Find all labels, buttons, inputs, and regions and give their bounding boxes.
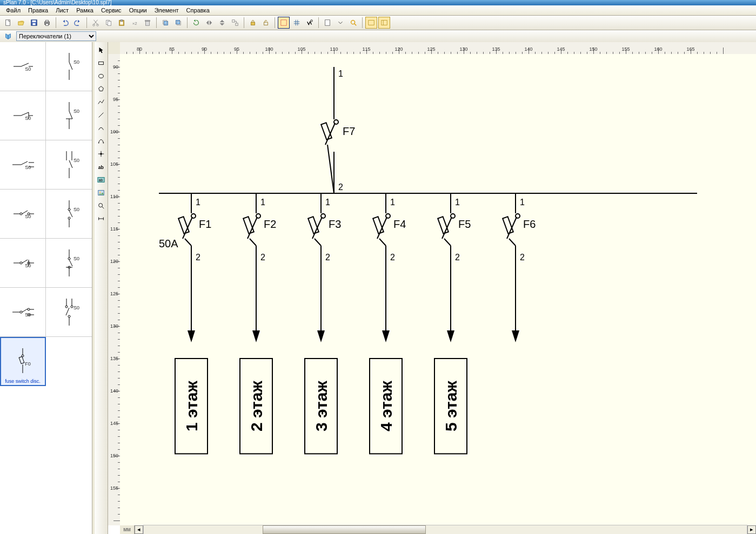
palette-item[interactable]: S0 <box>0 140 46 190</box>
svg-text:3 этаж: 3 этаж <box>312 381 330 432</box>
svg-rect-94 <box>99 62 104 64</box>
menu-help[interactable]: Справка <box>183 6 213 14</box>
flip-h-icon[interactable] <box>203 17 215 29</box>
palette-item[interactable]: S0 <box>46 239 92 288</box>
rect-icon[interactable] <box>95 57 107 69</box>
zoom-tool-icon[interactable] <box>95 200 107 212</box>
scroll-thumb[interactable] <box>263 525 426 534</box>
to-front-icon[interactable] <box>159 17 171 29</box>
snap-icon[interactable] <box>278 17 290 29</box>
measure-icon[interactable] <box>95 213 107 225</box>
svg-line-159 <box>379 239 386 246</box>
textbox-icon[interactable]: ab <box>95 174 107 186</box>
line-icon[interactable] <box>95 109 107 121</box>
find-icon[interactable] <box>304 17 316 29</box>
svg-text:1: 1 <box>520 198 525 207</box>
undo-icon[interactable] <box>59 17 71 29</box>
polyline-icon[interactable] <box>95 96 107 108</box>
palette-item[interactable]: S0 <box>0 42 46 91</box>
flip-v-icon[interactable] <box>216 17 228 29</box>
save-icon[interactable] <box>28 17 40 29</box>
delete-icon[interactable] <box>142 17 153 29</box>
circle-icon[interactable] <box>95 70 107 82</box>
to-back-icon[interactable] <box>172 17 184 29</box>
menu-options[interactable]: Опции <box>125 6 151 14</box>
svg-line-180 <box>507 217 517 239</box>
svg-point-60 <box>68 208 70 211</box>
svg-line-137 <box>250 239 256 246</box>
menu-bar: Файл Правка Лист Рамка Сервис Опции Элем… <box>0 5 756 16</box>
menu-service[interactable]: Сервис <box>97 6 125 14</box>
palette-item[interactable]: S0 <box>46 140 92 190</box>
svg-rect-21 <box>232 20 235 22</box>
svg-text:F1: F1 <box>199 218 211 230</box>
paste-icon[interactable] <box>116 17 128 29</box>
svg-point-79 <box>28 308 30 310</box>
zoom-icon[interactable] <box>347 17 359 29</box>
svg-rect-13 <box>120 22 123 24</box>
curve-icon[interactable] <box>95 122 107 134</box>
palette-item[interactable]: S0 <box>0 288 46 337</box>
print-icon[interactable] <box>41 17 53 29</box>
rotate-icon[interactable] <box>190 17 202 29</box>
svg-rect-168 <box>438 217 449 234</box>
svg-rect-135 <box>243 217 254 234</box>
new-icon[interactable] <box>2 17 14 29</box>
menu-file[interactable]: Файл <box>2 6 24 14</box>
palette-item[interactable]: S0 <box>46 42 92 91</box>
svg-text:2: 2 <box>260 253 265 262</box>
menu-edit[interactable]: Правка <box>24 6 52 14</box>
chevron-down-icon[interactable] <box>334 17 346 29</box>
polygon-icon[interactable] <box>95 83 107 95</box>
palette-item[interactable]: S0 <box>0 239 46 288</box>
open-icon[interactable] <box>15 17 27 29</box>
node-icon[interactable] <box>95 148 107 160</box>
panel2-icon[interactable] <box>378 17 390 29</box>
svg-point-86 <box>71 306 73 308</box>
bezier-icon[interactable] <box>95 135 107 147</box>
library-icon[interactable] <box>2 30 14 42</box>
palette-item[interactable]: S0 <box>46 91 92 140</box>
copy-icon[interactable] <box>103 17 115 29</box>
svg-rect-124 <box>178 217 189 234</box>
svg-rect-157 <box>373 217 384 234</box>
svg-text:2 этаж: 2 этаж <box>247 381 265 432</box>
palette-item[interactable]: S0 <box>0 190 46 239</box>
cut-icon[interactable] <box>90 17 102 29</box>
svg-line-181 <box>509 239 516 246</box>
menu-sheet[interactable]: Лист <box>52 6 72 14</box>
grid-icon[interactable] <box>291 17 303 29</box>
group-icon[interactable] <box>229 17 241 29</box>
palette-item[interactable]: S0 <box>0 91 46 140</box>
library-select[interactable]: Переключатели (1) <box>16 31 96 41</box>
library-row: Переключатели (1) <box>0 30 756 43</box>
svg-line-126 <box>185 239 191 246</box>
svg-text:ab: ab <box>99 178 103 182</box>
svg-text:×2: ×2 <box>132 21 137 26</box>
panel1-icon[interactable] <box>365 17 377 29</box>
palette-item[interactable]: S0 <box>46 288 92 337</box>
palette-item[interactable]: F0fuse switch disc. <box>0 337 46 386</box>
image-icon[interactable] <box>95 187 107 199</box>
pointer-icon[interactable] <box>95 44 107 56</box>
svg-text:F5: F5 <box>458 218 471 230</box>
svg-rect-92 <box>19 356 24 363</box>
svg-text:50А: 50А <box>159 238 178 249</box>
page-icon[interactable] <box>322 17 333 29</box>
palette-item[interactable]: S0 <box>46 190 92 239</box>
menu-frame[interactable]: Рамка <box>72 6 97 14</box>
component-palette[interactable]: S0S0S0S0S0S0S0S0S0S0S0S0F0fuse switch di… <box>0 42 92 534</box>
menu-element[interactable]: Элемент <box>151 6 183 14</box>
h-scrollbar[interactable]: мм ◂ ▸ <box>120 525 756 534</box>
svg-rect-0 <box>6 20 10 26</box>
redo-icon[interactable] <box>72 17 84 29</box>
svg-point-97 <box>98 143 99 144</box>
duplicate-icon[interactable]: ×2 <box>129 17 141 29</box>
text-icon[interactable]: ab <box>95 161 107 173</box>
svg-line-108 <box>102 207 104 209</box>
canvas[interactable]: 1F721F121 этаж1F222 этаж1F323 этаж1F424 … <box>120 54 756 525</box>
unlock-icon[interactable] <box>260 17 272 29</box>
svg-rect-6 <box>45 24 48 26</box>
svg-text:1 этаж: 1 этаж <box>183 381 200 432</box>
lock-icon[interactable] <box>247 17 259 29</box>
